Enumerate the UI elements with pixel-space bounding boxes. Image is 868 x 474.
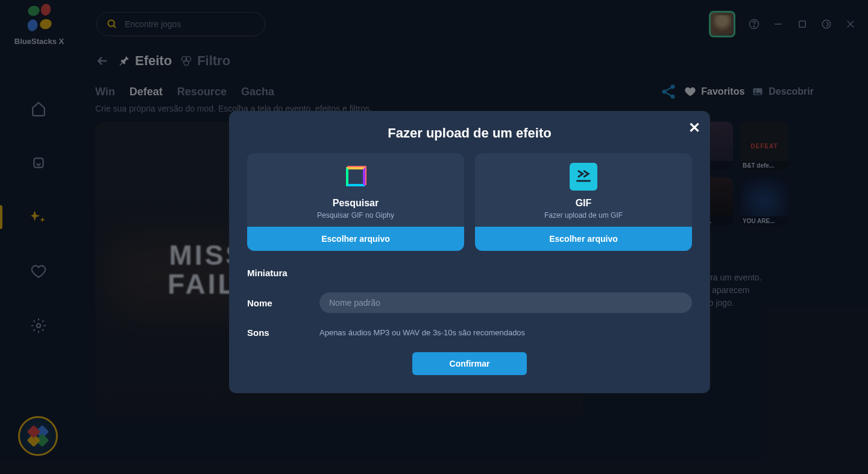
pin-icon bbox=[118, 55, 130, 67]
heart-icon bbox=[684, 86, 696, 98]
gallery-item[interactable]: DEFEAT B&T defe... bbox=[740, 122, 788, 170]
bluestacks-logo-icon bbox=[25, 3, 54, 32]
fab-cube-icon bbox=[23, 421, 54, 452]
gallery-caption: B&T defe... bbox=[740, 161, 788, 170]
tab-resource[interactable]: Resource bbox=[177, 86, 227, 98]
action-descobrir[interactable]: Descobrir bbox=[752, 86, 814, 98]
sidebar-item-effects[interactable] bbox=[27, 205, 51, 229]
close-icon[interactable] bbox=[845, 19, 856, 30]
crumb-filtro-label: Filtro bbox=[197, 53, 230, 69]
app-name: BlueStacks X bbox=[14, 37, 64, 46]
label-nome: Nome bbox=[247, 298, 301, 308]
breadcrumb: Efeito Filtro bbox=[95, 53, 850, 69]
search-icon bbox=[107, 19, 118, 30]
svg-point-0 bbox=[108, 20, 115, 27]
row-miniatura: Miniatura bbox=[247, 268, 692, 278]
tab-win[interactable]: Win bbox=[95, 86, 115, 98]
gallery-hint: tos para um evento. o eles aparecem rant… bbox=[687, 271, 844, 309]
card1-sub: Pesquisar GIF no Giphy bbox=[317, 211, 394, 220]
crumb-efeito[interactable]: Efeito bbox=[118, 53, 172, 69]
help-icon[interactable] bbox=[749, 19, 760, 30]
confirm-button[interactable]: Confirmar bbox=[412, 352, 527, 375]
tabs-row: Win Defeat Resource Gacha Favoritos Desc… bbox=[95, 83, 850, 100]
tab-actions: Favoritos Descobrir bbox=[660, 83, 850, 100]
share-icon[interactable] bbox=[660, 83, 677, 100]
fullscreen-icon[interactable] bbox=[821, 19, 832, 30]
action-favoritos[interactable]: Favoritos bbox=[684, 86, 744, 98]
gallery-item[interactable]: YOU ARE... bbox=[740, 177, 788, 226]
svg-point-16 bbox=[671, 95, 675, 99]
logo-block[interactable]: BlueStacks X bbox=[12, 3, 66, 46]
sidebar-item-settings[interactable] bbox=[27, 314, 51, 338]
crumb-efeito-label: Efeito bbox=[135, 53, 172, 69]
card2-choose-button[interactable]: Escolher arquivo bbox=[475, 227, 692, 251]
topbar-right bbox=[709, 11, 856, 37]
crumb-filtro[interactable]: Filtro bbox=[180, 53, 230, 69]
card2-title: GIF bbox=[576, 198, 592, 209]
giphy-icon bbox=[342, 163, 370, 191]
svg-rect-5 bbox=[799, 21, 806, 28]
search-input[interactable] bbox=[125, 19, 255, 29]
row-sons: Sons Apenas áudios MP3 ou WAV de 3s-10s … bbox=[247, 327, 692, 338]
upload-modal: ✕ Fazer upload de um efeito Pesquisar Pe… bbox=[229, 111, 710, 393]
tabs: Win Defeat Resource Gacha bbox=[95, 86, 274, 98]
modal-title: Fazer upload de um efeito bbox=[247, 125, 692, 141]
svg-line-1 bbox=[113, 25, 116, 28]
label-sons: Sons bbox=[247, 327, 301, 338]
svg-point-20 bbox=[755, 90, 757, 92]
minimize-icon[interactable] bbox=[773, 19, 784, 30]
back-icon[interactable] bbox=[95, 54, 110, 68]
modal-close-button[interactable]: ✕ bbox=[688, 119, 700, 136]
sidebar-item-home[interactable] bbox=[27, 96, 51, 121]
filter-icon bbox=[180, 55, 192, 67]
favoritos-label: Favoritos bbox=[701, 86, 744, 97]
tab-defeat[interactable]: Defeat bbox=[130, 86, 163, 98]
hint-sons: Apenas áudios MP3 ou WAV de 3s-10s são r… bbox=[319, 328, 525, 337]
svg-point-15 bbox=[662, 90, 667, 94]
svg-line-17 bbox=[666, 88, 671, 91]
topbar: BlueStacks X bbox=[0, 0, 868, 48]
row-nome: Nome bbox=[247, 292, 692, 313]
topbar-left: BlueStacks X bbox=[12, 3, 265, 46]
svg-point-14 bbox=[671, 84, 675, 89]
avatar[interactable] bbox=[709, 11, 735, 37]
label-miniatura: Miniatura bbox=[247, 268, 301, 278]
sidebar bbox=[0, 60, 77, 338]
gif-icon bbox=[570, 163, 597, 191]
fab-play[interactable] bbox=[18, 416, 58, 456]
card-upload-gif: GIF Fazer upload de um GIF Escolher arqu… bbox=[475, 153, 692, 251]
descobrir-label: Descobrir bbox=[769, 86, 814, 97]
tab-gacha[interactable]: Gacha bbox=[241, 86, 274, 98]
svg-point-13 bbox=[184, 60, 189, 65]
upload-cards: Pesquisar Pesquisar GIF no Giphy Escolhe… bbox=[247, 153, 692, 251]
input-nome[interactable] bbox=[319, 292, 692, 313]
sidebar-item-store[interactable] bbox=[27, 151, 51, 175]
card1-title: Pesquisar bbox=[333, 198, 379, 209]
svg-point-3 bbox=[753, 26, 755, 27]
maximize-icon[interactable] bbox=[797, 19, 808, 30]
card2-sub: Fazer upload de um GIF bbox=[544, 211, 623, 220]
gallery-caption: YOU ARE... bbox=[740, 216, 788, 226]
sidebar-item-favorites[interactable] bbox=[27, 259, 51, 283]
svg-line-18 bbox=[666, 93, 671, 96]
image-icon bbox=[752, 86, 764, 98]
svg-point-10 bbox=[37, 324, 41, 328]
card1-choose-button[interactable]: Escolher arquivo bbox=[247, 227, 464, 251]
card-search-giphy: Pesquisar Pesquisar GIF no Giphy Escolhe… bbox=[247, 153, 464, 251]
search-bar[interactable] bbox=[96, 12, 265, 36]
